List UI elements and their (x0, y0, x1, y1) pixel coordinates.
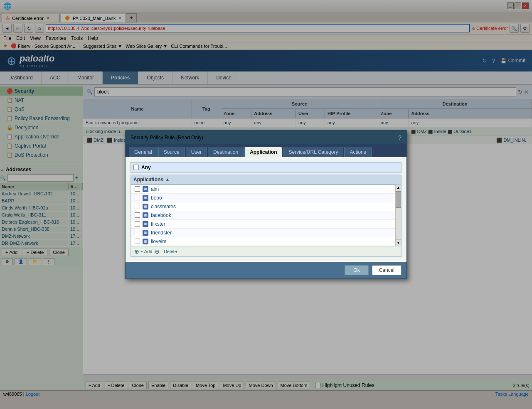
classmates-checkbox[interactable] (135, 204, 140, 209)
friendster-checkbox[interactable] (135, 230, 140, 235)
modal-tab-user[interactable]: User (186, 147, 207, 157)
modal-header: Security Policy Rule (Read Only) ? (126, 131, 406, 144)
apps-label: Applications (133, 177, 163, 182)
modal-overlay: Security Policy Rule (Read Only) ? Gener… (0, 0, 532, 409)
scroll-thumb[interactable] (396, 191, 401, 208)
ok-label: Ok (353, 267, 360, 273)
modal-tab-source[interactable]: Source (158, 147, 185, 157)
app-delete-icon: ⊖ (155, 248, 160, 255)
bebo-name: bebo (151, 195, 162, 201)
modal-tab-application[interactable]: Application (244, 147, 282, 157)
iloveim-checkbox[interactable] (135, 239, 140, 244)
security-policy-modal: Security Policy Rule (Read Only) ? Gener… (125, 130, 407, 279)
modal-tab-destination-label: Destination (213, 149, 238, 155)
modal-title: Security Policy Rule (Read Only) (131, 135, 203, 140)
modal-tab-general[interactable]: General (129, 147, 158, 157)
bebo-checkbox[interactable] (135, 195, 140, 200)
friendster-name: friendster (151, 230, 172, 236)
bebo-app-icon: ▦ (143, 195, 148, 201)
classmates-app-icon: ▦ (143, 204, 148, 209)
modal-tab-general-label: General (134, 149, 152, 155)
app-add-icon: ⊕ (134, 248, 139, 255)
app-item-classmates[interactable]: ▦ classmates (131, 202, 395, 211)
modal-footer: Ok Cancel (126, 262, 406, 278)
modal-tabs: General Source User Destination Applicat… (126, 144, 406, 157)
cancel-button[interactable]: Cancel (372, 265, 401, 275)
apps-list: ▦ aim ▦ bebo ▦ classmates (131, 185, 395, 246)
applications-section: Applications ▲ ▦ aim ▦ beb (131, 175, 401, 257)
modal-tab-user-label: User (191, 149, 202, 155)
classmates-name: classmates (151, 204, 176, 209)
app-item-aim[interactable]: ▦ aim (131, 185, 395, 194)
modal-tab-actions-label: Actions (350, 149, 366, 155)
app-add-label: + Add (140, 249, 152, 254)
apps-list-wrapper: ▦ aim ▦ bebo ▦ classmates (131, 185, 401, 246)
aim-checkbox[interactable] (135, 186, 140, 192)
app-item-friendster[interactable]: ▦ friendster (131, 229, 395, 237)
app-item-facebook[interactable]: ▦ facebook (131, 211, 395, 220)
scroll-up-btn[interactable]: ▲ (396, 185, 401, 191)
apps-header: Applications ▲ (131, 175, 401, 185)
modal-tab-destination[interactable]: Destination (208, 147, 244, 157)
cancel-label: Cancel (379, 267, 394, 273)
app-delete-label: - Delete (161, 249, 177, 254)
modal-tab-application-label: Application (250, 149, 277, 155)
friendster-app-icon: ▦ (143, 230, 148, 236)
facebook-name: facebook (151, 212, 171, 218)
any-checkbox[interactable] (133, 165, 139, 170)
iloveim-name: iloveim (151, 239, 166, 244)
modal-tab-actions[interactable]: Actions (344, 147, 371, 157)
modal-tab-source-label: Source (164, 149, 180, 155)
ok-button[interactable]: Ok (345, 265, 368, 275)
scroll-down-btn[interactable]: ▼ (396, 239, 401, 246)
facebook-checkbox[interactable] (135, 212, 140, 218)
modal-tab-service-label: Service/URL Category (288, 149, 338, 155)
aim-app-icon: ▦ (143, 186, 148, 192)
apps-sort-icon[interactable]: ▲ (165, 177, 170, 182)
app-item-flixster[interactable]: ▦ flixster (131, 220, 395, 229)
flixster-app-icon: ▦ (143, 221, 148, 227)
flixster-checkbox[interactable] (135, 221, 140, 227)
app-item-bebo[interactable]: ▦ bebo (131, 194, 395, 202)
modal-help-icon[interactable]: ? (398, 134, 401, 141)
app-item-iloveim[interactable]: ▦ iloveim (131, 237, 395, 246)
aim-name: aim (151, 186, 159, 192)
modal-body: Any Applications ▲ ▦ aim (126, 157, 406, 262)
any-row: Any (131, 162, 401, 173)
iloveim-app-icon: ▦ (143, 239, 148, 244)
any-label: Any (141, 165, 151, 170)
facebook-app-icon: ▦ (143, 212, 148, 218)
add-delete-row: ⊕ + Add ⊖ - Delete (131, 246, 401, 256)
app-delete-button[interactable]: ⊖ - Delete (155, 248, 177, 255)
app-add-button[interactable]: ⊕ + Add (134, 248, 152, 255)
flixster-name: flixster (151, 221, 165, 227)
modal-tab-service[interactable]: Service/URL Category (283, 147, 343, 157)
apps-scrollbar[interactable]: ▲ ▼ (395, 185, 401, 246)
